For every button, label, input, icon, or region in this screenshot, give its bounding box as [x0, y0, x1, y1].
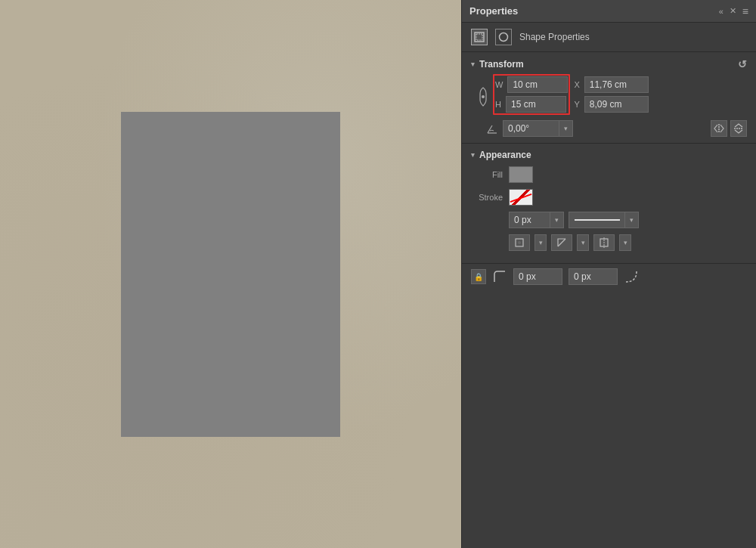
transform-inputs-area: W H X Y: [477, 76, 747, 116]
w-label: W: [495, 80, 503, 89]
transform-chevron[interactable]: ▾: [471, 60, 475, 68]
y-input[interactable]: [584, 96, 649, 113]
stroke-row: Stroke: [474, 189, 747, 206]
shape-props-bar: Shape Properties: [462, 23, 756, 52]
corner-join-dropdown[interactable]: ▾: [577, 234, 589, 251]
svg-point-3: [482, 95, 485, 98]
stroke-size-dropdown[interactable]: ▾: [550, 212, 564, 228]
angle-icon: [486, 122, 498, 135]
corner-end-dropdown[interactable]: ▾: [619, 234, 631, 251]
angle-input[interactable]: [503, 120, 559, 137]
properties-panel: Properties « ✕ ≡ Shape Properties ▾ Tra: [461, 0, 756, 548]
width-input[interactable]: [507, 76, 568, 93]
wh-inputs-wrapper: W H: [495, 76, 568, 113]
shape-rectangle[interactable]: [121, 112, 340, 437]
appearance-label: Appearance: [479, 150, 531, 160]
appearance-header: ▾ Appearance: [471, 150, 747, 160]
transform-label: Transform: [479, 59, 524, 70]
stroke-size-row: ▾ ▾: [509, 212, 747, 228]
svg-point-9: [518, 241, 521, 244]
flip-horizontal-btn[interactable]: [711, 120, 727, 137]
frame-icon[interactable]: [471, 29, 488, 45]
transform-section: ▾ Transform ↺ W: [462, 52, 756, 144]
xy-inputs: X Y: [574, 76, 648, 113]
close-icon[interactable]: ✕: [730, 6, 736, 16]
stroke-label: Stroke: [474, 193, 503, 202]
appearance-chevron[interactable]: ▾: [471, 151, 475, 159]
br-input-1[interactable]: [513, 268, 562, 285]
fill-row: Fill: [474, 166, 747, 183]
stroke-size-input[interactable]: [509, 212, 550, 228]
br-lock-btn[interactable]: 🔒: [471, 269, 486, 284]
br-input-2[interactable]: [569, 268, 618, 285]
transform-reset-icon[interactable]: ↺: [738, 58, 747, 70]
angle-row: ▾: [486, 120, 747, 137]
panel-header-icons: « ✕ ≡: [719, 5, 748, 17]
panel-header: Properties « ✕ ≡: [462, 0, 756, 23]
circle-icon[interactable]: [495, 29, 512, 45]
height-input[interactable]: [506, 96, 566, 113]
flip-vertical-btn[interactable]: [730, 120, 747, 137]
angle-dropdown[interactable]: ▾: [559, 120, 573, 137]
fill-label: Fill: [474, 170, 503, 179]
transform-header: ▾ Transform ↺: [471, 58, 747, 70]
height-row: H: [495, 96, 568, 113]
width-row: W: [495, 76, 568, 93]
y-row: Y: [574, 96, 648, 113]
br-corner-icon: [492, 269, 507, 284]
stroke-line-dropdown[interactable]: ▾: [625, 212, 639, 228]
angle-input-wrap: ▾: [503, 120, 573, 137]
corner-style-row: ▾ ▾ ▾: [509, 234, 747, 251]
stroke-line-preview: [569, 212, 625, 228]
panel-content: ▾ Transform ↺ W: [462, 52, 756, 548]
svg-line-10: [558, 239, 565, 246]
svg-line-5: [488, 125, 492, 133]
stroke-swatch[interactable]: [509, 189, 533, 206]
flip-icons: [711, 120, 747, 137]
stroke-size-wrap: ▾: [509, 212, 564, 228]
wh-inputs: W H: [495, 76, 568, 113]
fill-swatch[interactable]: [509, 166, 533, 183]
x-row: X: [574, 76, 648, 93]
corner-end-btn[interactable]: [593, 234, 615, 251]
corner-square-btn[interactable]: [509, 234, 530, 251]
panel-title: Properties: [469, 5, 518, 17]
stroke-line-select[interactable]: ▾: [569, 212, 639, 228]
collapse-icon[interactable]: «: [719, 7, 723, 16]
canvas-area: [0, 0, 461, 548]
menu-icon[interactable]: ≡: [742, 5, 748, 17]
shape-props-label: Shape Properties: [519, 32, 590, 42]
br-corner-icon-2: [624, 269, 639, 284]
x-input[interactable]: [584, 76, 649, 93]
corner-square-dropdown[interactable]: ▾: [534, 234, 547, 251]
x-label: X: [574, 80, 579, 89]
svg-rect-1: [476, 34, 482, 40]
corner-join-btn[interactable]: [551, 234, 572, 251]
svg-point-2: [500, 33, 508, 42]
h-label: H: [495, 100, 501, 109]
appearance-section: ▾ Appearance Fill Stroke ▾: [462, 144, 756, 264]
aspect-lock[interactable]: [477, 76, 489, 116]
border-radius-row: 🔒: [462, 264, 756, 289]
y-label: Y: [574, 100, 579, 109]
